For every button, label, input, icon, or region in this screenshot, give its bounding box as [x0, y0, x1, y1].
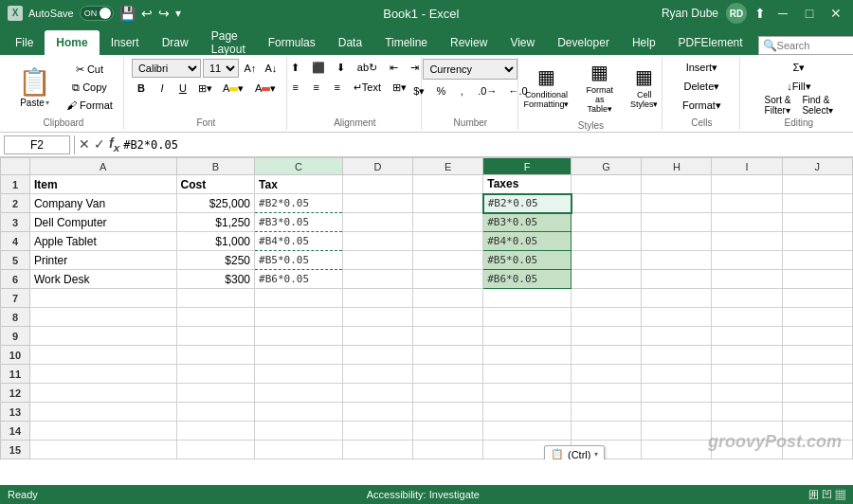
increase-decimal-btn[interactable]: .0→ — [473, 82, 501, 99]
cell-10-G[interactable] — [572, 346, 642, 365]
row-num-2[interactable]: 2 — [1, 194, 30, 213]
cell-3-E[interactable] — [413, 213, 483, 232]
cell-6-C[interactable]: #B6*0.05 — [255, 270, 343, 289]
cell-13-C[interactable] — [255, 403, 343, 422]
cell-1-I[interactable] — [712, 175, 782, 194]
delete-button[interactable]: Delete▾ — [678, 78, 726, 95]
cell-1-G[interactable] — [572, 175, 642, 194]
avatar[interactable]: RD — [726, 3, 747, 24]
cell-12-B[interactable] — [176, 384, 254, 403]
tab-formulas[interactable]: Formulas — [257, 30, 327, 55]
row-num-9[interactable]: 9 — [1, 327, 30, 346]
cell-6-G[interactable] — [572, 270, 642, 289]
cell-7-C[interactable] — [255, 289, 343, 308]
find-select-button[interactable]: Find &Select▾ — [797, 97, 838, 114]
cell-7-B[interactable] — [176, 289, 254, 308]
wrap-text-button[interactable]: ↵Text — [349, 79, 386, 96]
cell-14-G[interactable] — [572, 422, 642, 441]
cell-13-F[interactable] — [483, 403, 572, 422]
cell-1-H[interactable] — [642, 175, 712, 194]
cell-5-D[interactable] — [342, 251, 412, 270]
align-top-button[interactable]: ⬆ — [286, 59, 305, 76]
cell-7-E[interactable] — [413, 289, 483, 308]
col-header-b[interactable]: B — [176, 158, 254, 175]
cell-4-H[interactable] — [642, 232, 712, 251]
row-num-1[interactable]: 1 — [1, 175, 30, 194]
row-num-14[interactable]: 14 — [1, 422, 30, 441]
cell-12-G[interactable] — [572, 384, 642, 403]
cell-8-G[interactable] — [572, 308, 642, 327]
cell-4-E[interactable] — [413, 232, 483, 251]
cell-2-I[interactable] — [712, 194, 782, 213]
cell-12-E[interactable] — [413, 384, 483, 403]
cell-5-I[interactable] — [712, 251, 782, 270]
cell-8-B[interactable] — [176, 308, 254, 327]
cell-4-G[interactable] — [572, 232, 642, 251]
conditional-formatting-button[interactable]: ▦ ConditionalFormatting▾ — [517, 59, 575, 116]
cell-6-I[interactable] — [712, 270, 782, 289]
cell-14-E[interactable] — [413, 422, 483, 441]
cell-14-H[interactable] — [642, 422, 712, 441]
cell-15-C[interactable] — [255, 441, 343, 459]
redo-icon[interactable]: ↪ — [158, 6, 170, 21]
insert-button[interactable]: Insert▾ — [678, 59, 726, 76]
underline-button[interactable]: U — [173, 80, 192, 97]
row-num-10[interactable]: 10 — [1, 346, 30, 365]
cell-8-A[interactable] — [29, 308, 176, 327]
tab-help[interactable]: Help — [621, 30, 667, 55]
tab-page-layout[interactable]: Page Layout — [200, 30, 257, 55]
cell-3-F[interactable]: #B3*0.05 — [483, 213, 572, 232]
search-input[interactable] — [777, 40, 853, 51]
border-button[interactable]: ⊞▾ — [194, 80, 216, 97]
cell-5-G[interactable] — [572, 251, 642, 270]
sort-filter-button[interactable]: Sort &Filter▾ — [760, 97, 796, 114]
currency-btn[interactable]: $▾ — [408, 82, 429, 99]
copy-button[interactable]: ⧉ Copy — [62, 79, 118, 96]
paste-button[interactable]: 📋 Paste ▾ — [9, 59, 60, 116]
cell-9-J[interactable] — [782, 327, 852, 346]
row-num-11[interactable]: 11 — [1, 365, 30, 384]
cell-7-G[interactable] — [572, 289, 642, 308]
search-box[interactable]: 🔍 — [758, 36, 853, 55]
cell-4-B[interactable]: $1,000 — [176, 232, 254, 251]
cell-5-J[interactable] — [782, 251, 852, 270]
col-header-c[interactable]: C — [255, 158, 343, 175]
col-header-a[interactable]: A — [29, 158, 176, 175]
confirm-formula-icon[interactable]: ✓ — [94, 136, 105, 152]
cell-11-H[interactable] — [642, 365, 712, 384]
cell-5-C[interactable]: #B5*0.05 — [255, 251, 343, 270]
cell-4-J[interactable] — [782, 232, 852, 251]
cell-3-I[interactable] — [712, 213, 782, 232]
cell-14-C[interactable] — [255, 422, 343, 441]
row-num-4[interactable]: 4 — [1, 232, 30, 251]
row-num-13[interactable]: 13 — [1, 403, 30, 422]
cell-8-H[interactable] — [642, 308, 712, 327]
italic-button[interactable]: I — [153, 80, 172, 97]
fill-button[interactable]: ↓Fill▾ — [760, 78, 839, 95]
cell-11-J[interactable] — [782, 365, 852, 384]
cell-15-B[interactable] — [176, 441, 254, 459]
cell-4-D[interactable] — [342, 232, 412, 251]
col-header-i[interactable]: I — [712, 158, 782, 175]
cell-6-A[interactable]: Work Desk — [29, 270, 176, 289]
row-num-7[interactable]: 7 — [1, 289, 30, 308]
autosave-toggle[interactable]: ON — [80, 6, 114, 21]
cell-15-A[interactable] — [29, 441, 176, 459]
row-num-15[interactable]: 15 — [1, 441, 30, 459]
cell-7-F[interactable] — [483, 289, 572, 308]
indent-button[interactable]: ⇤ — [384, 59, 403, 76]
cell-11-E[interactable] — [413, 365, 483, 384]
cell-6-E[interactable] — [413, 270, 483, 289]
cell-9-I[interactable] — [712, 327, 782, 346]
row-num-5[interactable]: 5 — [1, 251, 30, 270]
cell-8-I[interactable] — [712, 308, 782, 327]
format-button[interactable]: Format▾ — [678, 97, 726, 114]
cell-2-H[interactable] — [642, 194, 712, 213]
cell-1-B[interactable]: Cost — [176, 175, 254, 194]
col-header-e[interactable]: E — [413, 158, 483, 175]
col-header-j[interactable]: J — [782, 158, 852, 175]
format-as-table-button[interactable]: ▦ Format asTable▾ — [579, 59, 620, 116]
align-center-button[interactable]: ≡ — [307, 79, 326, 96]
cell-3-C[interactable]: #B3*0.05 — [255, 213, 343, 232]
cell-7-I[interactable] — [712, 289, 782, 308]
